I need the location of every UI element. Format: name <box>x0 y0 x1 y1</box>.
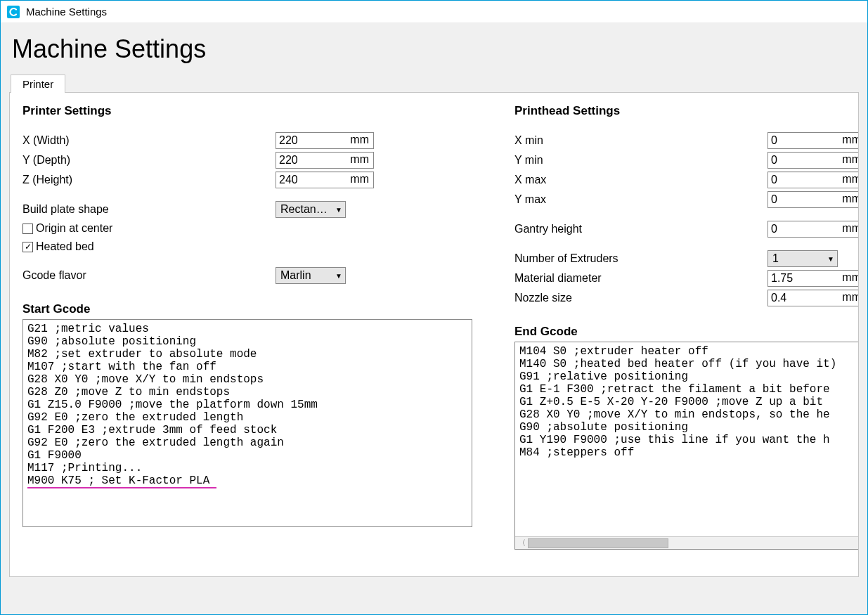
horizontal-scrollbar[interactable]: 〈 <box>515 536 859 549</box>
material-diameter-input[interactable] <box>768 271 826 286</box>
origin-at-center-checkbox[interactable] <box>22 224 33 234</box>
gantry-height-unit: mm <box>826 221 859 237</box>
nozzle-size-label: Nozzle size <box>514 292 767 304</box>
x-width-input[interactable] <box>276 133 334 148</box>
material-diameter-unit: mm <box>826 271 859 286</box>
titlebar: Machine Settings <box>1 1 867 23</box>
gcode-flavor-label: Gcode flavor <box>22 269 276 282</box>
svg-rect-0 <box>7 6 20 18</box>
gcode-flavor-dropdown[interactable]: Marlin ▼ <box>276 267 346 284</box>
num-extruders-value: 1 <box>772 252 824 265</box>
x-max-label: X max <box>514 174 767 186</box>
y-depth-input-wrap: mm <box>276 152 374 169</box>
gantry-height-input[interactable] <box>768 221 826 237</box>
x-max-unit: mm <box>826 172 859 188</box>
y-max-input-wrap: mm <box>767 191 859 208</box>
y-max-input[interactable] <box>768 192 826 207</box>
y-depth-input[interactable] <box>276 153 334 168</box>
y-min-input-wrap: mm <box>767 152 859 169</box>
z-height-unit: mm <box>334 172 373 188</box>
tab-printer[interactable]: Printer <box>11 75 65 93</box>
x-width-label: X (Width) <box>22 134 276 147</box>
end-gcode-heading: End Gcode <box>514 325 859 339</box>
material-diameter-input-wrap: mm <box>767 270 859 287</box>
printer-settings-column: Printer Settings X (Width) mm Y (Depth) <box>22 104 472 550</box>
settings-panel: Printer Settings X (Width) mm Y (Depth) <box>9 92 859 577</box>
end-gcode-body: M104 S0 ;extruder heater off M140 S0 ;he… <box>519 345 836 459</box>
scrollbar-thumb[interactable] <box>528 538 668 548</box>
z-height-label: Z (Height) <box>22 174 276 186</box>
y-max-unit: mm <box>826 192 859 207</box>
nozzle-size-input-wrap: mm <box>767 290 859 306</box>
y-min-input[interactable] <box>768 153 826 168</box>
x-min-label: X min <box>514 134 767 147</box>
material-diameter-label: Material diameter <box>514 272 767 285</box>
gantry-height-input-wrap: mm <box>767 221 859 238</box>
window-title: Machine Settings <box>26 6 107 18</box>
chevron-down-icon: ▼ <box>335 272 342 280</box>
nozzle-size-unit: mm <box>826 290 859 306</box>
printhead-settings-column: Printhead Settings X min mm Y min <box>514 104 859 550</box>
start-gcode-textarea[interactable]: G21 ;metric values G90 ;absolute positio… <box>22 319 472 527</box>
printer-settings-heading: Printer Settings <box>22 104 472 118</box>
z-height-input-wrap: mm <box>276 171 374 188</box>
z-height-input[interactable] <box>276 172 334 188</box>
window: Machine Settings Machine Settings Printe… <box>0 0 868 615</box>
nozzle-size-input[interactable] <box>768 290 826 306</box>
build-plate-shape-dropdown[interactable]: Rectangu... ▼ <box>276 201 346 218</box>
x-max-input[interactable] <box>768 172 826 188</box>
x-min-unit: mm <box>826 133 859 148</box>
start-gcode-heading: Start Gcode <box>22 302 472 316</box>
scroll-left-icon[interactable]: 〈 <box>515 537 528 549</box>
heated-bed-label: Heated bed <box>36 240 94 253</box>
chevron-down-icon: ▼ <box>827 255 834 263</box>
x-min-input[interactable] <box>768 133 826 148</box>
gcode-flavor-value: Marlin <box>280 269 332 282</box>
x-max-input-wrap: mm <box>767 171 859 188</box>
y-min-unit: mm <box>826 153 859 168</box>
y-max-label: Y max <box>514 193 767 206</box>
x-min-input-wrap: mm <box>767 132 859 149</box>
cura-app-icon <box>6 5 20 19</box>
content-area: Machine Settings Printer Printer Setting… <box>1 23 867 614</box>
build-plate-shape-value: Rectangu... <box>280 203 332 216</box>
y-depth-unit: mm <box>334 153 373 168</box>
printhead-settings-heading: Printhead Settings <box>514 104 859 118</box>
y-depth-label: Y (Depth) <box>22 154 276 167</box>
build-plate-shape-label: Build plate shape <box>22 203 276 216</box>
y-min-label: Y min <box>514 154 767 167</box>
heated-bed-checkbox[interactable]: ✓ <box>22 242 33 252</box>
start-gcode-highlighted-line: M900 K75 ; Set K-Factor PLA <box>27 474 216 488</box>
num-extruders-dropdown[interactable]: 1 ▼ <box>767 250 838 267</box>
x-width-input-wrap: mm <box>276 132 374 149</box>
origin-at-center-label: Origin at center <box>36 222 112 235</box>
tab-bar: Printer <box>11 74 859 92</box>
num-extruders-label: Number of Extruders <box>514 252 767 265</box>
gantry-height-label: Gantry height <box>514 223 767 235</box>
start-gcode-body: G21 ;metric values G90 ;absolute positio… <box>27 323 318 474</box>
chevron-down-icon: ▼ <box>335 206 342 214</box>
page-title: Machine Settings <box>12 34 859 64</box>
x-width-unit: mm <box>334 133 373 148</box>
end-gcode-textarea[interactable]: M104 S0 ;extruder heater off M140 S0 ;he… <box>514 342 859 550</box>
